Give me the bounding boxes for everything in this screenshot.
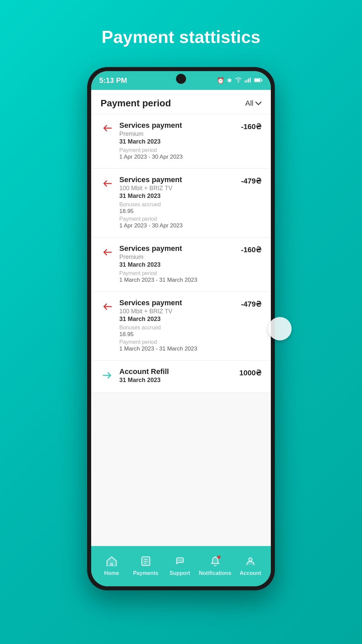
tx-amount: 1000₴	[239, 369, 261, 377]
phone-screen: 5:13 PM ⏰ ✱	[91, 71, 271, 586]
filter-label: All	[245, 99, 253, 108]
svg-rect-5	[255, 79, 260, 81]
nav-payments-label: Payments	[133, 570, 159, 576]
tx-subtitle: Premium	[119, 254, 236, 261]
status-icons: ⏰ ✱	[217, 77, 263, 84]
tx-period-label: Payment period	[119, 270, 236, 276]
nav-account[interactable]: Account	[235, 556, 265, 576]
tx-period-value: 1 Apr 2023 - 30 Apr 2023	[119, 222, 236, 229]
transaction-item[interactable]: Services payment Premium 31 March 2023 P…	[91, 114, 271, 169]
tx-bonus-label: Bonuses accrued	[119, 325, 236, 331]
tx-title: Services payment	[119, 299, 236, 307]
nav-support[interactable]: Support	[165, 556, 195, 576]
tx-date: 31 March 2023	[119, 193, 236, 200]
wifi-icon	[235, 77, 242, 84]
transaction-item[interactable]: Account Refill 31 March 2023 1000₴	[91, 361, 271, 393]
transaction-item[interactable]: Services payment Premium 31 March 2023 P…	[91, 237, 271, 292]
transaction-details: Services payment 100 Mbit + BRIZ TV 31 M…	[119, 299, 236, 354]
battery-icon	[254, 77, 263, 84]
payment-period-title: Payment period	[101, 98, 171, 109]
bluetooth-icon: ✱	[227, 77, 232, 84]
account-icon	[245, 556, 255, 569]
scroll-indicator	[268, 317, 292, 340]
home-icon	[106, 556, 117, 569]
nav-home[interactable]: Home	[97, 556, 127, 576]
support-icon	[175, 556, 185, 569]
svg-point-12	[179, 560, 180, 561]
signal-icon	[245, 77, 251, 84]
tx-subtitle: 100 Mbit + BRIZ TV	[119, 185, 236, 192]
bottom-nav: Home Payments	[91, 546, 271, 586]
nav-account-label: Account	[240, 570, 261, 576]
svg-rect-0	[245, 80, 246, 83]
tx-date: 31 March 2023	[119, 138, 236, 145]
tx-date: 31 March 2023	[119, 377, 234, 384]
credit-icon	[101, 369, 114, 382]
debit-icon	[101, 246, 114, 259]
transaction-details: Services payment Premium 31 March 2023 P…	[119, 244, 236, 285]
debit-icon	[101, 177, 114, 190]
transaction-item[interactable]: Services payment 100 Mbit + BRIZ TV 31 M…	[91, 169, 271, 237]
scroll-content[interactable]: Payment period All	[91, 90, 271, 546]
tx-title: Services payment	[119, 175, 236, 184]
tx-title: Account Refill	[119, 367, 234, 376]
nav-notifications[interactable]: Notifications	[199, 556, 231, 576]
tx-amount: -160₴	[241, 122, 261, 131]
svg-rect-6	[261, 79, 262, 81]
svg-point-11	[178, 560, 179, 561]
filter-button[interactable]: All	[245, 99, 261, 108]
tx-period-label: Payment period	[119, 339, 236, 345]
tx-subtitle: Premium	[119, 130, 236, 138]
chevron-down-icon	[255, 99, 261, 108]
phone-frame: 5:13 PM ⏰ ✱	[87, 67, 275, 590]
notification-badge	[217, 555, 221, 559]
camera-notch	[176, 74, 186, 84]
nav-notifications-label: Notifications	[199, 570, 231, 576]
svg-point-14	[249, 558, 252, 561]
tx-amount: -160₴	[241, 246, 261, 254]
transaction-item[interactable]: Services payment 100 Mbit + BRIZ TV 31 M…	[91, 292, 271, 361]
tx-amount: -479₴	[241, 177, 261, 185]
tx-period-value: 1 March 2023 - 31 March 2023	[119, 277, 236, 283]
tx-period-label: Payment period	[119, 216, 236, 222]
transaction-details: Services payment 100 Mbit + BRIZ TV 31 M…	[119, 175, 236, 230]
tx-date: 31 March 2023	[119, 316, 236, 323]
tx-amount: -479₴	[241, 300, 261, 309]
alarm-icon: ⏰	[217, 77, 224, 84]
payments-icon	[141, 556, 150, 569]
status-time: 5:13 PM	[99, 76, 127, 85]
nav-support-label: Support	[170, 570, 190, 576]
list-header: Payment period All	[91, 90, 271, 114]
nav-payments[interactable]: Payments	[131, 556, 161, 576]
tx-subtitle: 100 Mbit + BRIZ TV	[119, 308, 236, 315]
tx-period-value: 1 Apr 2023 - 30 Apr 2023	[119, 154, 236, 160]
arrow-left-icon	[102, 124, 113, 135]
debit-icon	[101, 300, 114, 313]
tx-bonus-label: Bonuses accrued	[119, 202, 236, 208]
tx-period-label: Payment period	[119, 147, 236, 153]
page-title: Payment stattistics	[102, 27, 260, 47]
tx-bonus-value: 18.95	[119, 208, 236, 215]
tx-bonus-value: 18.95	[119, 331, 236, 338]
tx-period-value: 1 March 2023 - 31 March 2023	[119, 345, 236, 352]
nav-home-label: Home	[104, 570, 119, 576]
tx-title: Services payment	[119, 244, 236, 253]
tx-title: Services payment	[119, 121, 236, 130]
svg-point-13	[181, 560, 182, 561]
debit-icon	[101, 122, 114, 136]
notifications-icon	[210, 556, 220, 569]
tx-date: 31 March 2023	[119, 261, 236, 268]
transaction-details: Services payment Premium 31 March 2023 P…	[119, 121, 236, 162]
transaction-details: Account Refill 31 March 2023	[119, 367, 234, 386]
svg-rect-3	[250, 77, 251, 83]
svg-rect-2	[248, 78, 249, 83]
svg-rect-1	[246, 79, 247, 83]
